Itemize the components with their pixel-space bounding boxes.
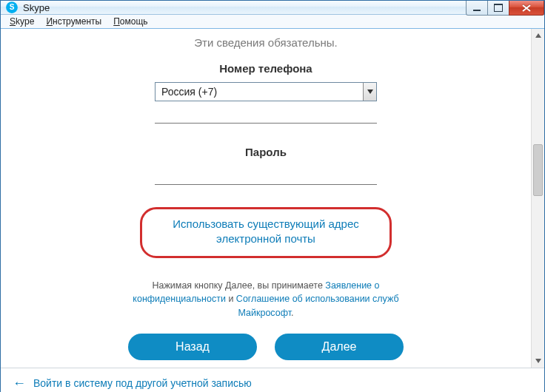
signup-form: Эти сведения обязательны. Номер телефона… xyxy=(103,36,429,360)
back-button[interactable]: Назад xyxy=(128,334,257,360)
services-agreement-link[interactable]: Соглашение об использовании служб Майкро… xyxy=(236,294,399,318)
terms-mid: и xyxy=(226,294,236,304)
chevron-down-icon xyxy=(367,89,373,94)
menu-skype[interactable]: Skype xyxy=(4,15,40,28)
titlebar: S Skype xyxy=(1,1,544,15)
skype-logo-icon: S xyxy=(5,1,19,14)
phone-label: Номер телефона xyxy=(103,62,429,75)
svg-text:S: S xyxy=(10,3,15,11)
footer-bar: ← Войти в систему под другой учетной зап… xyxy=(1,368,544,392)
dropdown-button[interactable] xyxy=(363,83,376,101)
window-title: Skype xyxy=(23,2,50,13)
arrow-left-icon: ← xyxy=(13,376,26,391)
next-button[interactable]: Далее xyxy=(275,334,404,360)
scroll-up-button[interactable] xyxy=(532,29,544,42)
scroll-down-button[interactable] xyxy=(532,354,544,368)
client-area: Эти сведения обязательны. Номер телефона… xyxy=(1,29,544,368)
chevron-down-icon xyxy=(535,359,541,363)
scroll-track[interactable] xyxy=(532,42,544,354)
minimize-button[interactable] xyxy=(466,1,488,16)
country-select-value: Россия (+7) xyxy=(161,86,217,98)
chevron-up-icon xyxy=(535,33,541,38)
app-window: S Skype Skype Инструменты Помощь Эти све… xyxy=(0,0,545,392)
window-controls xyxy=(467,1,544,16)
use-existing-email-link[interactable]: Использовать существующий адрес электрон… xyxy=(156,217,376,247)
maximize-button[interactable] xyxy=(487,1,509,16)
required-note: Эти сведения обязательны. xyxy=(103,36,429,49)
menubar: Skype Инструменты Помощь xyxy=(1,15,544,29)
password-label: Пароль xyxy=(103,146,429,158)
phone-input[interactable] xyxy=(155,104,377,124)
password-input[interactable] xyxy=(155,166,377,185)
scroll-thumb[interactable] xyxy=(533,144,543,196)
highlight-annotation: Использовать существующий адрес электрон… xyxy=(140,207,392,258)
close-icon xyxy=(522,4,531,12)
menu-help[interactable]: Помощь xyxy=(107,15,153,28)
content-pane: Эти сведения обязательны. Номер телефона… xyxy=(1,29,531,368)
terms-text: Нажимая кнопку Далее, вы принимаете Заяв… xyxy=(133,279,399,320)
menu-tools[interactable]: Инструменты xyxy=(40,15,107,28)
country-select[interactable]: Россия (+7) xyxy=(155,82,377,101)
sign-in-other-account-link[interactable]: Войти в систему под другой учетной запис… xyxy=(33,377,252,389)
terms-suffix: . xyxy=(291,308,293,318)
button-row: Назад Далее xyxy=(103,334,429,360)
vertical-scrollbar[interactable] xyxy=(531,29,544,368)
close-button[interactable] xyxy=(509,1,544,16)
terms-prefix: Нажимая кнопку Далее, вы принимаете xyxy=(152,280,325,291)
